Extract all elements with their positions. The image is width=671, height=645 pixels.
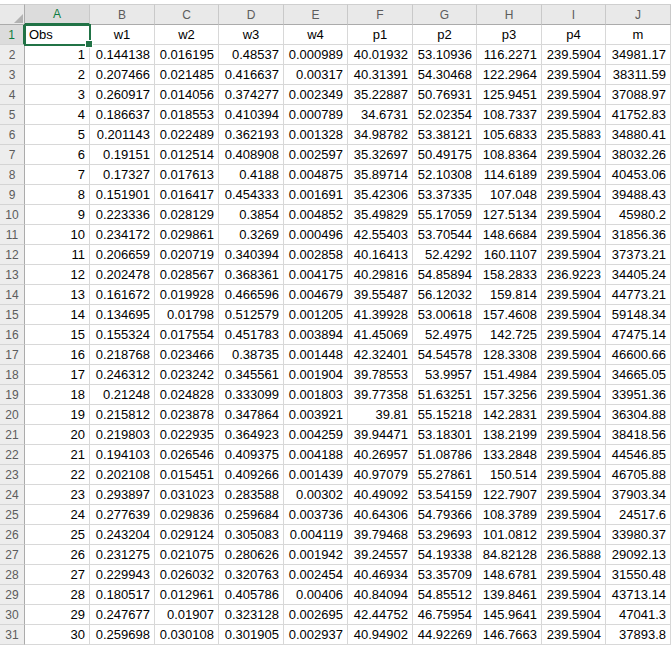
- cell[interactable]: 0.323128: [219, 605, 284, 625]
- cell[interactable]: 0.38735: [219, 345, 284, 365]
- cell[interactable]: 0.234172: [90, 225, 155, 245]
- cell[interactable]: 56.12032: [413, 285, 477, 305]
- cell[interactable]: 52.10308: [413, 165, 477, 185]
- cell[interactable]: 0.003921: [284, 405, 348, 425]
- cell[interactable]: 0.161672: [90, 285, 155, 305]
- cell[interactable]: 39.24557: [348, 545, 413, 565]
- cell[interactable]: 47041.3: [606, 605, 671, 625]
- cell[interactable]: 40453.06: [606, 165, 671, 185]
- row-header-27[interactable]: 27: [0, 545, 25, 565]
- cell[interactable]: 0.002454: [284, 565, 348, 585]
- cell[interactable]: 150.514: [477, 465, 542, 485]
- cell[interactable]: 0.023878: [155, 405, 219, 425]
- cell[interactable]: 46600.66: [606, 345, 671, 365]
- cell[interactable]: 0.002858: [284, 245, 348, 265]
- column-header-c[interactable]: C: [155, 4, 219, 25]
- cell[interactable]: 34665.05: [606, 365, 671, 385]
- row-header-30[interactable]: 30: [0, 605, 25, 625]
- cell[interactable]: 6: [25, 145, 90, 165]
- cell[interactable]: 40.16413: [348, 245, 413, 265]
- cell[interactable]: 239.5904: [542, 325, 606, 345]
- cell[interactable]: 158.2833: [477, 265, 542, 285]
- cell[interactable]: 236.5888: [542, 545, 606, 565]
- cell[interactable]: 53.29693: [413, 525, 477, 545]
- cell[interactable]: 0.029836: [155, 505, 219, 525]
- cell[interactable]: 0.004852: [284, 205, 348, 225]
- cell[interactable]: 0.002597: [284, 145, 348, 165]
- cell-header-p2[interactable]: p2: [413, 25, 477, 45]
- cell[interactable]: 108.3789: [477, 505, 542, 525]
- cell-header-w4[interactable]: w4: [284, 25, 348, 45]
- cell[interactable]: 0.293897: [90, 485, 155, 505]
- column-header-h[interactable]: H: [477, 4, 542, 25]
- cell[interactable]: 14: [25, 305, 90, 325]
- cell[interactable]: 239.5904: [542, 405, 606, 425]
- cell[interactable]: 142.725: [477, 325, 542, 345]
- cell[interactable]: 46.75954: [413, 605, 477, 625]
- cell[interactable]: 53.54159: [413, 485, 477, 505]
- cell[interactable]: 0.000989: [284, 45, 348, 65]
- cell[interactable]: 239.5904: [542, 425, 606, 445]
- cell[interactable]: 0.259698: [90, 625, 155, 645]
- cell[interactable]: 45980.2: [606, 205, 671, 225]
- cell[interactable]: 43713.14: [606, 585, 671, 605]
- cell[interactable]: 139.8461: [477, 585, 542, 605]
- cell[interactable]: 8: [25, 185, 90, 205]
- cell[interactable]: 0.206659: [90, 245, 155, 265]
- cell[interactable]: 51.63251: [413, 385, 477, 405]
- row-header-13[interactable]: 13: [0, 265, 25, 285]
- cell[interactable]: 0.260917: [90, 85, 155, 105]
- cell[interactable]: 0.454333: [219, 185, 284, 205]
- row-header-23[interactable]: 23: [0, 465, 25, 485]
- cell[interactable]: 38418.56: [606, 425, 671, 445]
- cell[interactable]: 0.223336: [90, 205, 155, 225]
- cell[interactable]: 239.5904: [542, 105, 606, 125]
- cell[interactable]: 239.5904: [542, 605, 606, 625]
- cell[interactable]: 54.85512: [413, 585, 477, 605]
- row-header-12[interactable]: 12: [0, 245, 25, 265]
- cell[interactable]: 0.016417: [155, 185, 219, 205]
- cell[interactable]: 40.84094: [348, 585, 413, 605]
- cell[interactable]: 235.5883: [542, 125, 606, 145]
- cell[interactable]: 53.70544: [413, 225, 477, 245]
- cell[interactable]: 39.77358: [348, 385, 413, 405]
- cell-header-p3[interactable]: p3: [477, 25, 542, 45]
- cell[interactable]: 0.015451: [155, 465, 219, 485]
- cell[interactable]: 0.243204: [90, 525, 155, 545]
- cell[interactable]: 55.27861: [413, 465, 477, 485]
- cell[interactable]: 128.3308: [477, 345, 542, 365]
- cell[interactable]: 0.134695: [90, 305, 155, 325]
- cell[interactable]: 29092.13: [606, 545, 671, 565]
- cell[interactable]: 0.000496: [284, 225, 348, 245]
- cell[interactable]: 34880.41: [606, 125, 671, 145]
- row-header-28[interactable]: 28: [0, 565, 25, 585]
- cell[interactable]: 0.512579: [219, 305, 284, 325]
- cell[interactable]: 239.5904: [542, 145, 606, 165]
- cell[interactable]: 239.5904: [542, 65, 606, 85]
- cell[interactable]: 47475.14: [606, 325, 671, 345]
- cell[interactable]: 0.012961: [155, 585, 219, 605]
- cell[interactable]: 0.3269: [219, 225, 284, 245]
- cell[interactable]: 40.94902: [348, 625, 413, 645]
- cell[interactable]: 33951.36: [606, 385, 671, 405]
- cell[interactable]: 0.002349: [284, 85, 348, 105]
- cell[interactable]: 37893.8: [606, 625, 671, 645]
- cell[interactable]: 239.5904: [542, 45, 606, 65]
- cell[interactable]: 4: [25, 105, 90, 125]
- cell[interactable]: 40.97079: [348, 465, 413, 485]
- cell[interactable]: 42.44752: [348, 605, 413, 625]
- cell[interactable]: 239.5904: [542, 525, 606, 545]
- cell[interactable]: 0.151901: [90, 185, 155, 205]
- cell[interactable]: 0.00406: [284, 585, 348, 605]
- cell[interactable]: 0.026032: [155, 565, 219, 585]
- cell[interactable]: 0.004119: [284, 525, 348, 545]
- cell[interactable]: 0.19151: [90, 145, 155, 165]
- cell[interactable]: 0.030108: [155, 625, 219, 645]
- cell[interactable]: 239.5904: [542, 565, 606, 585]
- cell[interactable]: 239.5904: [542, 225, 606, 245]
- cell[interactable]: 0.17327: [90, 165, 155, 185]
- cell[interactable]: 3: [25, 85, 90, 105]
- cell[interactable]: 37088.97: [606, 85, 671, 105]
- cell[interactable]: 0.144138: [90, 45, 155, 65]
- fill-handle[interactable]: [85, 40, 93, 48]
